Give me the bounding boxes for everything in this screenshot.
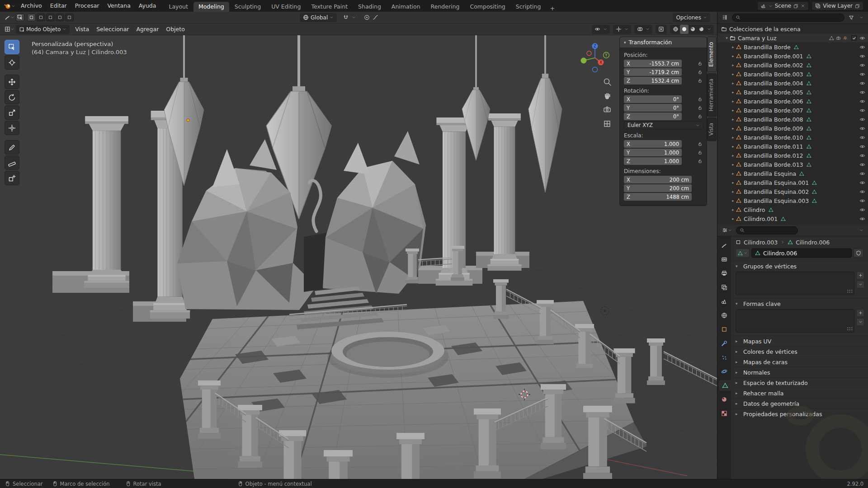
breadcrumb-data[interactable]: Cilindro.006 xyxy=(796,239,830,246)
visibility-dropdown[interactable] xyxy=(592,25,610,34)
empty-list[interactable] xyxy=(736,272,854,295)
outliner-object-row[interactable]: ▸Barandilla Borde.003 xyxy=(717,70,868,79)
hide-toggle[interactable] xyxy=(859,162,865,168)
properties-search[interactable] xyxy=(736,226,798,235)
collection-checkbox[interactable] xyxy=(851,35,857,41)
menu-ayuda[interactable]: Ayuda xyxy=(135,0,160,12)
hide-toggle[interactable] xyxy=(859,117,865,122)
tool-select-box-button[interactable] xyxy=(5,40,19,54)
shading-rendered-button[interactable] xyxy=(697,25,706,34)
rotation-mode-select[interactable]: Euler XYZ xyxy=(624,121,703,129)
tool-transform-button[interactable] xyxy=(5,121,19,135)
shading-options-dropdown[interactable] xyxy=(706,25,712,34)
sidebar-tab-vista[interactable]: Vista xyxy=(707,117,717,141)
snap-options-dropdown[interactable] xyxy=(350,13,357,22)
properties-tab-render[interactable] xyxy=(717,254,731,265)
viewport-menu-vista[interactable]: Vista xyxy=(71,26,93,33)
viewport-menu-seleccionar[interactable]: Seleccionar xyxy=(93,26,132,33)
number-field[interactable]: Y1.000 xyxy=(624,149,682,156)
resize-grip[interactable] xyxy=(847,327,853,331)
tool-cursor-button[interactable] xyxy=(5,55,19,70)
outliner-object-row[interactable]: ▸Cilindro xyxy=(717,205,868,214)
workspace-tab-shading[interactable]: Shading xyxy=(353,2,386,12)
tool-scale-button[interactable] xyxy=(5,105,19,120)
properties-tab-modifiers[interactable] xyxy=(717,338,731,349)
snap-toggle[interactable] xyxy=(341,13,350,22)
workspace-tab-layout[interactable]: Layout xyxy=(164,2,193,12)
hide-toggle[interactable] xyxy=(859,153,865,159)
hide-toggle[interactable] xyxy=(859,71,865,77)
name-input[interactable]: Cilindro.006 xyxy=(751,249,852,258)
hide-toggle[interactable] xyxy=(859,180,865,186)
mode-select[interactable]: Modo Objeto xyxy=(16,25,70,34)
hide-toggle[interactable] xyxy=(859,53,865,59)
viewport-menu-agregar[interactable]: Agregar xyxy=(133,26,163,33)
lock-toggle[interactable] xyxy=(698,141,703,146)
gizmos-dropdown[interactable] xyxy=(613,25,631,34)
shading-wireframe-button[interactable] xyxy=(671,25,680,34)
outliner-object-row[interactable]: ▸Barandilla Borde.013 xyxy=(717,160,868,169)
empty-list[interactable] xyxy=(736,309,854,333)
viewport-canvas[interactable]: X Y Z Personalizada (perspectiva) (64) C… xyxy=(0,35,717,479)
outliner-object-row[interactable]: ▸Barandilla Borde.005 xyxy=(717,88,868,97)
number-field[interactable]: Y200 cm xyxy=(624,184,692,192)
number-field[interactable]: Y-1719.2 cm xyxy=(624,68,682,76)
menu-ventana[interactable]: Ventana xyxy=(103,0,134,12)
tool-options-dropdown[interactable]: Opciones xyxy=(673,13,710,22)
outliner-collection-row[interactable]: ▾Camara y Luz xyxy=(717,33,868,42)
properties-tab-scene[interactable] xyxy=(717,296,731,307)
panel-header-espacio-de-texturizado[interactable]: ▸Espacio de texturizado xyxy=(731,377,868,388)
panel-header-normales[interactable]: ▸Normales xyxy=(731,367,868,377)
active-tool-indicator[interactable] xyxy=(16,14,24,21)
outliner-object-row[interactable]: ▸Barandilla Borde.011 xyxy=(717,142,868,151)
workspace-tab-compositing[interactable]: Compositing xyxy=(465,2,510,12)
outliner-object-row[interactable]: ▸Barandilla Borde.008 xyxy=(717,115,868,124)
select-mode-intersect[interactable] xyxy=(65,14,74,21)
hide-toggle[interactable] xyxy=(859,62,865,68)
tool-measure-button[interactable] xyxy=(5,155,19,170)
select-mode-extend[interactable] xyxy=(37,14,45,21)
hide-toggle[interactable] xyxy=(859,171,865,177)
proportional-falloff-dropdown[interactable] xyxy=(371,13,380,22)
workspace-tab-uv-editing[interactable]: UV Editing xyxy=(266,2,306,12)
outliner-object-row[interactable]: ▸Barandilla Borde.006 xyxy=(717,97,868,106)
properties-tab-output[interactable] xyxy=(717,268,731,279)
number-field[interactable]: X0° xyxy=(624,95,682,103)
select-mode-subtract[interactable] xyxy=(46,14,55,21)
properties-tab-object[interactable] xyxy=(717,324,731,335)
number-field[interactable]: Z1532.4 cm xyxy=(624,77,682,84)
hide-toggle[interactable] xyxy=(859,44,865,50)
fake-user-button[interactable] xyxy=(854,249,863,258)
hide-toggle[interactable] xyxy=(859,108,865,113)
outliner-object-row[interactable]: ▸Barandilla Borde.001 xyxy=(717,52,868,61)
blender-menu-button[interactable] xyxy=(3,1,17,10)
overlays-dropdown[interactable] xyxy=(634,25,652,34)
outliner-object-row[interactable]: ▸Barandilla Esquina.003 xyxy=(717,196,868,205)
hide-toggle[interactable] xyxy=(859,35,865,41)
hide-toggle[interactable] xyxy=(859,216,865,222)
shading-solid-button[interactable] xyxy=(680,25,689,34)
panel-header-mapas-de-caras[interactable]: ▸Mapas de caras xyxy=(731,357,868,367)
outliner-object-row[interactable]: ▸Cilindro.001 xyxy=(717,214,868,223)
hide-toggle[interactable] xyxy=(859,189,865,195)
outliner-object-row[interactable]: ▸Barandilla Borde.004 xyxy=(717,79,868,88)
properties-tab-material[interactable] xyxy=(717,394,731,405)
tool-rotate-button[interactable] xyxy=(5,90,19,104)
transform-panel-header[interactable]: ▾ Transformación xyxy=(620,37,707,47)
filter-dropdown[interactable] xyxy=(858,13,865,22)
outliner-object-row[interactable]: ▸Barandilla Esquina.001 xyxy=(717,178,868,187)
menu-procesar[interactable]: Procesar xyxy=(71,0,104,12)
editor-type-button[interactable] xyxy=(3,13,16,22)
scene-selector[interactable]: Scene xyxy=(757,1,809,10)
editor-type-button[interactable] xyxy=(721,226,733,235)
outliner-object-row[interactable]: ▸Barandilla Borde xyxy=(717,42,868,52)
properties-tab-physics[interactable] xyxy=(717,366,731,377)
add-item-button[interactable] xyxy=(856,272,864,279)
hide-toggle[interactable] xyxy=(859,80,865,86)
editor-type-button[interactable] xyxy=(3,25,16,34)
hide-toggle[interactable] xyxy=(859,99,865,104)
hide-toggle[interactable] xyxy=(859,207,865,213)
panel-header-propiedades-personalizadas[interactable]: ▸Propiedades personalizadas xyxy=(731,408,868,419)
workspace-tab-texture-paint[interactable]: Texture Paint xyxy=(306,2,353,12)
lock-toggle[interactable] xyxy=(698,78,703,83)
